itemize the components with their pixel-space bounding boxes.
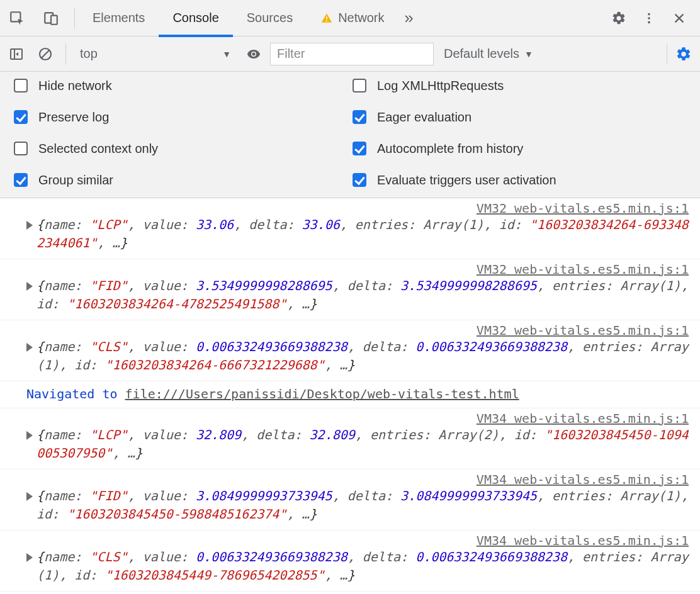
nav-url[interactable]: file:///Users/panissidi/Desktop/web-vita… [125,386,519,401]
close-devtools-icon[interactable] [665,0,694,36]
checkbox-input[interactable] [353,79,366,92]
inspect-element-icon[interactable] [3,0,31,36]
live-expression-icon[interactable] [241,36,266,72]
tab-strip-left [3,0,79,36]
tab-strip-right [604,0,697,36]
navigation-message: Navigated to file:///Users/panissidi/Des… [0,381,700,408]
svg-point-5 [648,13,650,15]
expand-icon[interactable] [26,282,33,291]
checkbox-group-similar[interactable]: Group similar [11,171,350,189]
checkbox-input[interactable] [353,142,366,155]
chevron-down-icon: ▼ [222,49,231,59]
console-log-row: VM34 web-vitals.es5.min.js:1{name: "FID"… [0,469,700,530]
nav-lead: Navigated to [26,386,125,401]
checkbox-input[interactable] [353,110,366,124]
navigation-message: Navigated to file:///Users/panissidi/Des… [0,591,700,594]
object-preview: {name: "LCP", value: 33.06, delta: 33.06… [37,216,691,252]
logged-object[interactable]: {name: "CLS", value: 0.00633249366938823… [9,548,691,585]
object-preview: {name: "CLS", value: 0.00633249366938823… [37,548,691,585]
separator [65,43,66,65]
checkbox-input[interactable] [14,142,28,155]
logged-object[interactable]: {name: "LCP", value: 33.06, delta: 33.06… [9,216,691,252]
checkbox-input[interactable] [14,110,28,124]
devtools-tab-strip: Elements Console Sources Network » [0,0,700,36]
context-selector-value: top [80,47,98,61]
clear-console-icon[interactable] [33,36,58,72]
checkbox-log-xhr[interactable]: Log XMLHttpRequests [350,77,689,94]
svg-point-7 [648,21,650,23]
source-link[interactable]: VM34 web-vitals.es5.min.js:1 [9,533,691,548]
object-preview: {name: "LCP", value: 32.809, delta: 32.8… [37,426,691,462]
expand-icon[interactable] [26,343,33,352]
separator [667,43,667,65]
console-settings-icon[interactable] [671,36,696,72]
source-link[interactable]: VM34 web-vitals.es5.min.js:1 [9,472,691,487]
toggle-sidebar-icon[interactable] [4,36,29,72]
console-log-row: VM32 web-vitals.es5.min.js:1{name: "CLS"… [0,320,700,381]
tab-sources[interactable]: Sources [233,0,307,36]
console-log-row: VM32 web-vitals.es5.min.js:1{name: "FID"… [0,259,700,320]
source-link[interactable]: VM32 web-vitals.es5.min.js:1 [9,262,691,277]
source-link[interactable]: VM34 web-vitals.es5.min.js:1 [9,411,691,426]
tab-elements[interactable]: Elements [79,0,159,36]
checkbox-input[interactable] [14,79,28,92]
console-toolbar: top ▼ Default levels ▼ [0,36,700,72]
expand-icon[interactable] [26,221,33,230]
svg-rect-2 [51,15,57,24]
svg-point-6 [648,17,650,20]
warning-icon [320,12,333,25]
console-output: VM32 web-vitals.es5.min.js:1{name: "LCP"… [0,198,700,594]
kebab-menu-icon[interactable] [635,0,663,36]
console-log-row: VM32 web-vitals.es5.min.js:1{name: "LCP"… [0,198,700,259]
panel-tabs: Elements Console Sources Network » [79,0,420,36]
checkbox-input[interactable] [353,173,366,187]
object-preview: {name: "FID", value: 3.0849999993733945,… [37,487,691,524]
expand-icon[interactable] [26,431,33,440]
checkbox-selected-context[interactable]: Selected context only [11,140,350,157]
object-preview: {name: "FID", value: 3.5349999998288695,… [37,277,691,313]
checkbox-eval-trigger[interactable]: Evaluate triggers user activation [350,171,689,189]
source-link[interactable]: VM32 web-vitals.es5.min.js:1 [9,201,691,216]
checkbox-eager-eval[interactable]: Eager evaluation [350,108,689,126]
console-log-row: VM34 web-vitals.es5.min.js:1{name: "LCP"… [0,408,700,469]
source-link[interactable]: VM32 web-vitals.es5.min.js:1 [9,323,691,338]
logged-object[interactable]: {name: "LCP", value: 32.809, delta: 32.8… [9,426,691,462]
logged-object[interactable]: {name: "FID", value: 3.0849999993733945,… [9,487,691,524]
log-levels-selector[interactable]: Default levels ▼ [438,47,539,61]
settings-gear-icon[interactable] [604,0,633,36]
expand-icon[interactable] [26,553,33,562]
tab-console[interactable]: Console [159,0,232,36]
more-tabs-icon[interactable]: » [398,0,420,36]
context-selector[interactable]: top ▼ [74,43,237,65]
device-toolbar-icon[interactable] [37,0,65,36]
separator [74,8,75,29]
logged-object[interactable]: {name: "FID", value: 3.5349999998288695,… [9,277,691,313]
chevron-down-icon: ▼ [524,49,533,59]
checkbox-preserve-log[interactable]: Preserve log [11,108,350,126]
checkbox-autocomplete[interactable]: Autocomplete from history [350,140,689,157]
checkbox-hide-network[interactable]: Hide network [11,77,350,94]
logged-object[interactable]: {name: "CLS", value: 0.00633249366938823… [9,338,691,374]
checkbox-input[interactable] [14,173,28,187]
console-settings-panel: Hide network Log XMLHttpRequests Preserv… [0,72,700,198]
console-log-row: VM34 web-vitals.es5.min.js:1{name: "CLS"… [0,530,700,591]
expand-icon[interactable] [26,492,33,501]
svg-rect-3 [326,16,327,19]
filter-input[interactable] [270,43,434,65]
object-preview: {name: "CLS", value: 0.00633249366938823… [37,338,691,374]
tab-network[interactable]: Network [307,0,398,36]
svg-rect-4 [326,20,327,21]
